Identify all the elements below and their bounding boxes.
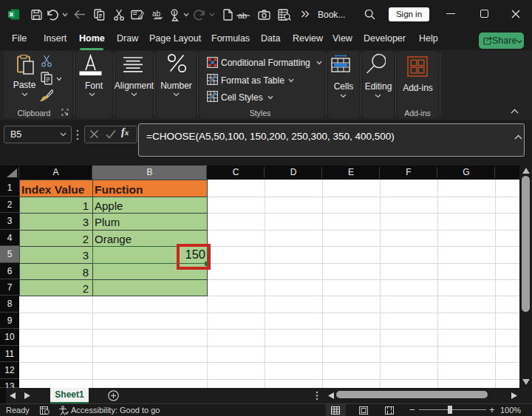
svg-text:ab: ab bbox=[152, 10, 161, 18]
